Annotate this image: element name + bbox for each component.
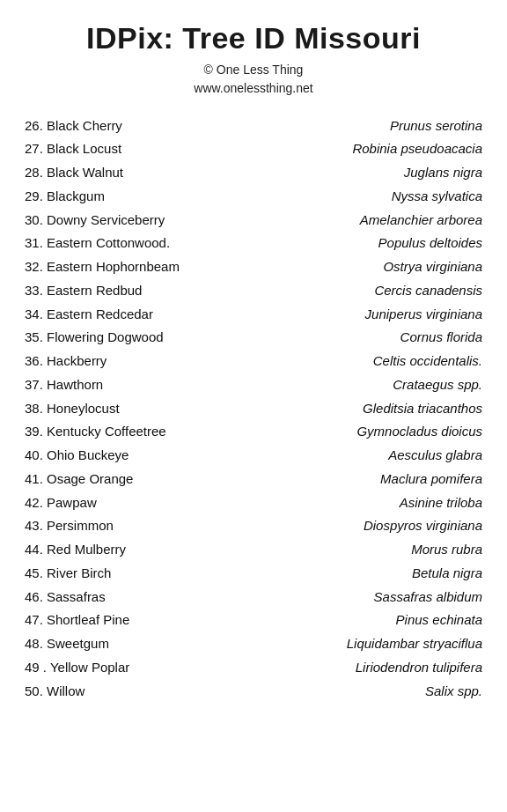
common-name: 46. Sassafras — [25, 587, 201, 607]
common-name: 38. Honeylocust — [25, 399, 201, 418]
scientific-name: Diospyros virginiana — [364, 516, 482, 535]
tree-row: 27. Black LocustRobinia pseudoacacia — [25, 137, 482, 161]
common-name: 29. Blackgum — [25, 187, 201, 206]
scientific-name: Juglans nigra — [404, 163, 482, 182]
main-title: IDPix: Tree ID Missouri — [25, 21, 482, 55]
tree-row: 38. HoneylocustGleditsia triacanthos — [25, 396, 482, 420]
tree-row: 39. Kentucky CoffeetreeGymnocladus dioic… — [25, 420, 482, 444]
tree-row: 48. SweetgumLiquidambar stryaciflua — [25, 632, 482, 656]
scientific-name: Celtis occidentalis. — [373, 351, 482, 371]
scientific-name: Liriodendron tulipifera — [356, 658, 482, 677]
common-name: 50. Willow — [25, 682, 201, 701]
common-name: 49 . Yellow Poplar — [25, 658, 201, 677]
copyright-text: © One Less Thing — [204, 63, 304, 77]
scientific-name: Cercis canadensis — [374, 281, 482, 300]
common-name: 41. Osage Orange — [25, 469, 201, 489]
common-name: 34. Eastern Redcedar — [25, 305, 201, 324]
scientific-name: Gymnocladus dioicus — [356, 422, 482, 441]
common-name: 31. Eastern Cottonwood. — [25, 233, 201, 253]
copyright-line: © One Less Thing www.onelessthing.net — [25, 61, 482, 98]
common-name: 30. Downy Serviceberry — [25, 210, 201, 230]
common-name: 35. Flowering Dogwood — [25, 328, 201, 347]
scientific-name: Aesculus glabra — [388, 446, 482, 465]
scientific-name: Salix spp. — [425, 682, 482, 701]
tree-row: 50. WillowSalix spp. — [25, 679, 482, 703]
common-name: 32. Eastern Hophornbeam — [25, 257, 201, 277]
tree-row: 31. Eastern Cottonwood.Populus deltoides — [25, 232, 482, 255]
scientific-name: Ostrya virginiana — [383, 257, 482, 277]
tree-row: 49 . Yellow PoplarLiriodendron tulipifer… — [25, 655, 482, 679]
tree-row: 36. HackberryCeltis occidentalis. — [25, 350, 482, 373]
tree-row: 32. Eastern HophornbeamOstrya virginiana — [25, 255, 482, 279]
common-name: 45. River Birch — [25, 564, 201, 583]
tree-row: 28. Black WalnutJuglans nigra — [25, 161, 482, 185]
tree-row: 42. PawpawAsinine triloba — [25, 491, 482, 514]
scientific-name: Populus deltoides — [378, 233, 482, 253]
scientific-name: Gleditsia triacanthos — [363, 399, 482, 418]
scientific-name: Sassafras albidum — [374, 587, 482, 607]
common-name: 47. Shortleaf Pine — [25, 610, 201, 630]
common-name: 36. Hackberry — [25, 351, 201, 371]
common-name: 40. Ohio Buckeye — [25, 446, 201, 465]
scientific-name: Crataegus spp. — [393, 375, 482, 395]
common-name: 33. Eastern Redbud — [25, 281, 201, 300]
tree-row: 46. SassafrasSassafras albidum — [25, 585, 482, 609]
scientific-name: Betula nigra — [412, 564, 482, 583]
scientific-name: Liquidambar stryaciflua — [347, 634, 482, 653]
common-name: 48. Sweetgum — [25, 634, 201, 653]
common-name: 26. Black Cherry — [25, 116, 201, 136]
tree-row: 41. Osage OrangeMaclura pomifera — [25, 467, 482, 491]
tree-row: 43. PersimmonDiospyros virginiana — [25, 514, 482, 538]
common-name: 27. Black Locust — [25, 139, 201, 159]
common-name: 37. Hawthorn — [25, 375, 201, 395]
scientific-name: Prunus serotina — [390, 116, 482, 136]
common-name: 43. Persimmon — [25, 516, 201, 535]
tree-row: 29. BlackgumNyssa sylvatica — [25, 184, 482, 208]
page: IDPix: Tree ID Missouri © One Less Thing… — [0, 0, 507, 731]
tree-row: 26. Black CherryPrunus serotina — [25, 114, 482, 137]
scientific-name: Cornus florida — [400, 328, 482, 347]
tree-row: 34. Eastern RedcedarJuniperus virginiana — [25, 302, 482, 326]
tree-row: 44. Red MulberryMorus rubra — [25, 538, 482, 562]
tree-row: 30. Downy ServiceberryAmelanchier arbore… — [25, 208, 482, 232]
scientific-name: Pinus echinata — [396, 610, 482, 630]
tree-row: 37. HawthornCrataegus spp. — [25, 373, 482, 396]
common-name: 39. Kentucky Coffeetree — [25, 422, 201, 441]
tree-row: 45. River BirchBetula nigra — [25, 561, 482, 585]
tree-list: 26. Black CherryPrunus serotina27. Black… — [25, 114, 482, 703]
scientific-name: Nyssa sylvatica — [392, 187, 482, 206]
tree-row: 47. Shortleaf PinePinus echinata — [25, 609, 482, 632]
scientific-name: Morus rubra — [411, 540, 482, 559]
common-name: 44. Red Mulberry — [25, 540, 201, 559]
website-text: www.onelessthing.net — [194, 81, 312, 95]
common-name: 42. Pawpaw — [25, 493, 201, 513]
tree-row: 35. Flowering DogwoodCornus florida — [25, 326, 482, 350]
tree-row: 40. Ohio BuckeyeAesculus glabra — [25, 444, 482, 468]
tree-row: 33. Eastern RedbudCercis canadensis — [25, 278, 482, 302]
header: IDPix: Tree ID Missouri © One Less Thing… — [25, 21, 482, 98]
common-name: 28. Black Walnut — [25, 163, 201, 182]
scientific-name: Juniperus virginiana — [365, 305, 482, 324]
scientific-name: Maclura pomifera — [380, 469, 482, 489]
scientific-name: Asinine triloba — [400, 493, 482, 513]
scientific-name: Amelanchier arborea — [360, 210, 482, 230]
scientific-name: Robinia pseudoacacia — [352, 139, 482, 159]
